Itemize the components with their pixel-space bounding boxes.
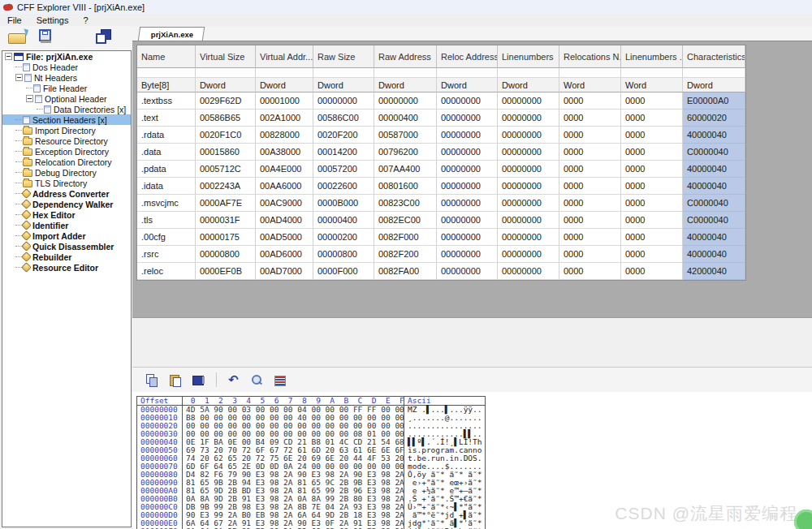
table-row-reloc-cell-2[interactable]: 00AD7000 bbox=[256, 263, 313, 280]
table-row-00cfg-cell-5[interactable]: 00000000 bbox=[437, 229, 498, 246]
table-row-textbss-cell-7[interactable]: 0000 bbox=[559, 92, 621, 110]
table-header-row-cell-4[interactable]: Raw Address bbox=[374, 45, 437, 68]
table-types-row-cell-3[interactable]: Dword bbox=[313, 78, 374, 92]
table-row-reloc-cell-3[interactable]: 0000F000 bbox=[313, 263, 374, 280]
table-row-textbss-cell-9[interactable]: E00000A0 bbox=[683, 92, 745, 110]
tree-item-resource-directory[interactable]: Resource Directory bbox=[2, 135, 131, 146]
table-row-data-cell-5[interactable]: 00000000 bbox=[437, 144, 498, 161]
table-row-tls-cell-7[interactable]: 0000 bbox=[559, 212, 621, 229]
tree-item-hex-editor[interactable]: Hex Editor bbox=[2, 209, 131, 220]
table-row-msvcjmc-cell-4[interactable]: 00823C00 bbox=[374, 195, 437, 212]
table-row-00cfg-cell-1[interactable]: 00000175 bbox=[196, 229, 256, 246]
table-row-tls-cell-3[interactable]: 00000400 bbox=[313, 212, 374, 229]
search-icon[interactable] bbox=[250, 374, 262, 386]
table-types-row-cell-2[interactable]: Dword bbox=[256, 78, 313, 92]
tab-prjxian-exe[interactable]: prjXiAn.exe bbox=[138, 27, 205, 41]
tree-item-import-directory[interactable]: Import Directory bbox=[2, 125, 131, 135]
table-row-rdata-cell-1[interactable]: 0020F1C0 bbox=[196, 127, 256, 144]
table-row-rdata-cell-8[interactable]: 0000 bbox=[621, 127, 683, 144]
table-header-row-cell-8[interactable]: Linenumbers ... bbox=[621, 45, 683, 68]
table-row-text-cell-6[interactable]: 00000000 bbox=[498, 110, 559, 127]
table-row-reloc-cell-5[interactable]: 00000000 bbox=[437, 263, 498, 280]
table-row-data-cell-7[interactable]: 0000 bbox=[559, 144, 621, 161]
table-row-tls-cell-8[interactable]: 0000 bbox=[621, 212, 683, 229]
table-row-rsrc-cell-6[interactable]: 00000000 bbox=[498, 246, 559, 263]
table-row-reloc-cell-4[interactable]: 0082FA00 bbox=[374, 263, 437, 280]
tree-item-tls-directory[interactable]: TLS Directory bbox=[2, 178, 131, 188]
table-row-00cfg-cell-2[interactable]: 00AD5000 bbox=[256, 229, 313, 246]
table-header-row-cell-6[interactable]: Linenumbers bbox=[498, 45, 559, 68]
hex-offset[interactable]: Offset bbox=[137, 397, 183, 405]
table-row-reloc-cell-9[interactable]: 42000040 bbox=[683, 263, 745, 280]
table-row-00cfg-cell-4[interactable]: 0082F000 bbox=[374, 229, 437, 246]
table-row-00cfg-cell-3[interactable]: 00000200 bbox=[313, 229, 374, 246]
tree-item-dependency-walker[interactable]: Dependency Walker bbox=[2, 199, 131, 209]
table-row-00cfg-cell-6[interactable]: 00000000 bbox=[498, 229, 559, 246]
table-row-00cfg-cell-7[interactable]: 0000 bbox=[559, 229, 621, 246]
menu-item-file[interactable]: File bbox=[0, 15, 29, 25]
table-row-reloc-cell-0[interactable]: .reloc bbox=[137, 263, 196, 280]
tree-item-nt-headers[interactable]: Nt Headers bbox=[2, 72, 131, 83]
table-row-msvcjmc-cell-7[interactable]: 0000 bbox=[559, 195, 621, 212]
table-row-rdata-cell-3[interactable]: 0020F200 bbox=[313, 127, 374, 144]
tree-item-import-adder[interactable]: Import Adder bbox=[2, 230, 131, 241]
table-blank-row-cell-5[interactable] bbox=[437, 68, 498, 78]
table-row-rsrc-cell-5[interactable]: 00000000 bbox=[437, 246, 498, 263]
table-row-msvcjmc-cell-2[interactable]: 00AC9000 bbox=[256, 195, 313, 212]
table-row-tls-cell-5[interactable]: 00000000 bbox=[437, 212, 498, 229]
table-row-rdata-cell-9[interactable]: 40000040 bbox=[683, 127, 745, 144]
table-blank-row-cell-9[interactable] bbox=[683, 68, 745, 78]
tree-item-resource-editor[interactable]: Resource Editor bbox=[2, 262, 131, 273]
tree-item-optional-header[interactable]: Optional Header bbox=[2, 93, 131, 104]
save-file-icon[interactable] bbox=[39, 29, 53, 44]
tree-item-debug-directory[interactable]: Debug Directory bbox=[2, 167, 131, 178]
tree-item-identifier[interactable]: Identifier bbox=[2, 220, 131, 230]
table-row-text-cell-7[interactable]: 0000 bbox=[559, 110, 621, 127]
table-row-rsrc-cell-7[interactable]: 0000 bbox=[559, 246, 621, 263]
tree-item-data-directories-x[interactable]: Data Directories [x] bbox=[2, 104, 131, 114]
table-row-reloc-cell-7[interactable]: 0000 bbox=[559, 263, 621, 280]
hex-ascii[interactable]: Ascii bbox=[404, 397, 485, 405]
table-row-rdata-cell-6[interactable]: 00000000 bbox=[498, 127, 559, 144]
table-row-text-cell-2[interactable]: 002A1000 bbox=[256, 110, 313, 127]
table-row-reloc-cell-6[interactable]: 00000000 bbox=[498, 263, 559, 280]
undo-arrow-icon[interactable]: ↶ bbox=[228, 374, 239, 386]
table-row-rsrc-cell-9[interactable]: 40000040 bbox=[683, 246, 745, 263]
table-row-rsrc-cell-3[interactable]: 00000800 bbox=[313, 246, 374, 263]
table-row-tls-cell-9[interactable]: C0000040 bbox=[683, 212, 745, 229]
table-blank-row-cell-7[interactable] bbox=[559, 68, 621, 78]
table-row-rsrc-cell-2[interactable]: 00AD6000 bbox=[256, 246, 313, 263]
table-types-row-cell-1[interactable]: Dword bbox=[196, 78, 256, 92]
windows-cascade-icon[interactable] bbox=[96, 29, 112, 45]
table-row-00cfg-cell-9[interactable]: 40000040 bbox=[683, 229, 745, 246]
table-row-idata-cell-2[interactable]: 00AA6000 bbox=[256, 178, 313, 195]
tree-item-exception-directory[interactable]: Exception Directory bbox=[2, 146, 131, 157]
table-row-text-cell-1[interactable]: 00586B65 bbox=[196, 110, 256, 127]
copy-icon[interactable] bbox=[145, 374, 158, 386]
table-types-row-cell-6[interactable]: Dword bbox=[498, 78, 559, 92]
table-row-pdata-cell-5[interactable]: 00000000 bbox=[437, 161, 498, 178]
table-row-data-cell-1[interactable]: 00015860 bbox=[196, 144, 256, 161]
tree-item-section-headers-x[interactable]: Section Headers [x] bbox=[2, 114, 131, 125]
table-row-msvcjmc-cell-8[interactable]: 0000 bbox=[621, 195, 683, 212]
table-blank-row-cell-1[interactable] bbox=[196, 68, 256, 78]
table-row-text-cell-3[interactable]: 00586C00 bbox=[313, 110, 374, 127]
table-row-textbss-cell-1[interactable]: 0029F62D bbox=[196, 92, 256, 110]
table-row-rdata-cell-2[interactable]: 00828000 bbox=[256, 127, 313, 144]
table-row-msvcjmc-cell-3[interactable]: 0000B000 bbox=[313, 195, 374, 212]
table-row-data-cell-9[interactable]: C0000040 bbox=[683, 144, 745, 161]
table-types-row-cell-5[interactable]: Dword bbox=[437, 78, 498, 92]
table-row-pdata-cell-9[interactable]: 40000040 bbox=[683, 161, 745, 178]
table-row-msvcjmc-cell-9[interactable]: C0000040 bbox=[683, 195, 745, 212]
hex-bytes[interactable]: 0 1 2 3 4 5 6 7 8 9 A B C D E F bbox=[183, 397, 404, 405]
table-row-idata-cell-1[interactable]: 0002243A bbox=[196, 178, 256, 195]
table-row-idata-cell-0[interactable]: .idata bbox=[137, 178, 196, 195]
table-row-idata-cell-8[interactable]: 0000 bbox=[621, 178, 683, 195]
menu-item-[interactable]: ? bbox=[76, 15, 95, 25]
table-row-msvcjmc-cell-0[interactable]: .msvcjmc bbox=[137, 195, 196, 212]
table-row-rdata-cell-4[interactable]: 00587000 bbox=[374, 127, 437, 144]
table-row-idata-cell-6[interactable]: 00000000 bbox=[498, 178, 559, 195]
table-row-data-cell-2[interactable]: 00A38000 bbox=[256, 144, 313, 161]
table-row-msvcjmc-cell-6[interactable]: 00000000 bbox=[498, 195, 559, 212]
tree-item-rebuilder[interactable]: Rebuilder bbox=[2, 252, 131, 262]
